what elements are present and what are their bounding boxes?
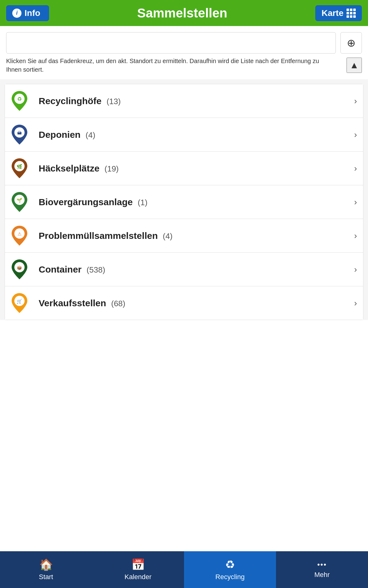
nav-recycling[interactable]: ♻ Recycling [184, 551, 276, 588]
chevron-right-icon: › [354, 265, 357, 274]
svg-text:♻: ♻ [17, 96, 22, 102]
svg-text:🌱: 🌱 [17, 198, 22, 203]
nav-recycling-label: Recycling [215, 573, 244, 581]
biovergärungsanlage-count: (1) [138, 198, 148, 207]
app-header: i Info Sammelstellen Karte [0, 0, 368, 26]
svg-text:🏔: 🏔 [17, 130, 22, 135]
verkaufsstellen-count: (68) [111, 299, 125, 308]
grid-icon [347, 9, 356, 18]
problemmüll-label: Problemmüllsammelstellen (4) [39, 231, 350, 241]
list-item[interactable]: ⚠ Problemmüllsammelstellen (4) › [5, 219, 363, 253]
more-icon: ••• [317, 560, 327, 569]
problemmüll-count: (4) [163, 232, 173, 241]
recyclinghöfe-label: Recyclinghöfe (13) [39, 96, 350, 106]
crosshair-icon: ⊕ [347, 37, 355, 49]
info-label: Info [25, 8, 40, 18]
häckselplätze-icon: 🌿 [11, 158, 31, 178]
recyclinghöfe-icon: ♻ [11, 91, 31, 111]
chevron-right-icon: › [354, 197, 357, 207]
recyclinghöfe-count: (13) [106, 97, 121, 106]
deponien-label: Deponien (4) [39, 130, 350, 140]
nav-start-label: Start [39, 573, 53, 581]
verkaufsstellen-icon: 🛒 [11, 293, 31, 313]
svg-text:🌿: 🌿 [17, 164, 22, 169]
list-item[interactable]: 🌱 Biovergärungsanlage (1) › [5, 185, 363, 219]
info-icon: i [12, 9, 21, 18]
karte-label: Karte [321, 8, 343, 18]
nav-start[interactable]: 🏠 Start [0, 551, 92, 588]
page-title: Sammelstellen [49, 6, 315, 21]
nav-kalender[interactable]: 📅 Kalender [92, 551, 184, 588]
up-arrow-icon: ▲ [350, 60, 359, 70]
location-hint-text: Klicken Sie auf das Fadenkreuz, um den a… [6, 57, 328, 74]
list-item[interactable]: ♻ Recyclinghöfe (13) › [5, 84, 363, 118]
nav-mehr[interactable]: ••• Mehr [276, 551, 368, 588]
list-item[interactable]: 🛒 Verkaufsstellen (68) › [5, 286, 363, 320]
svg-text:🛒: 🛒 [17, 299, 22, 304]
chevron-right-icon: › [354, 130, 357, 140]
container-count: (538) [86, 265, 105, 274]
container-label: Container (538) [39, 264, 350, 275]
recycling-icon: ♻ [225, 558, 235, 571]
crosshair-button[interactable]: ⊕ [340, 32, 362, 54]
verkaufsstellen-label: Verkaufsstellen (68) [39, 298, 350, 308]
deponien-icon: 🏔 [11, 125, 31, 145]
calendar-icon: 📅 [131, 558, 145, 571]
search-input[interactable] [6, 32, 336, 54]
svg-text:⚠: ⚠ [17, 232, 21, 236]
chevron-right-icon: › [354, 164, 357, 173]
list-item[interactable]: 📦 Container (538) › [5, 253, 363, 286]
category-list: ♻ Recyclinghöfe (13) › 🏔 Deponien (4) › … [5, 84, 363, 320]
home-icon: 🏠 [39, 558, 53, 571]
chevron-right-icon: › [354, 231, 357, 241]
info-button[interactable]: i Info [6, 5, 49, 21]
container-icon: 📦 [11, 259, 31, 279]
biovergärungsanlage-icon: 🌱 [11, 192, 31, 212]
biovergärungsanlage-label: Biovergärungsanlage (1) [39, 197, 350, 207]
karte-button[interactable]: Karte [315, 5, 362, 21]
content-spacer [0, 320, 368, 551]
häckselplätze-label: Häckselplätze (19) [39, 163, 350, 174]
sort-arrow-button[interactable]: ▲ [347, 58, 362, 73]
chevron-right-icon: › [354, 96, 357, 106]
search-area: ⊕ Klicken Sie auf das Fadenkreuz, um den… [0, 26, 368, 79]
problemmüll-icon: ⚠ [11, 226, 31, 246]
chevron-right-icon: › [354, 298, 357, 308]
bottom-navigation: 🏠 Start 📅 Kalender ♻ Recycling ••• Mehr [0, 551, 368, 588]
deponien-count: (4) [86, 130, 95, 140]
list-item[interactable]: 🏔 Deponien (4) › [5, 118, 363, 152]
nav-mehr-label: Mehr [314, 571, 330, 579]
häckselplätze-count: (19) [105, 164, 119, 173]
svg-text:📦: 📦 [17, 265, 22, 270]
list-item[interactable]: 🌿 Häckselplätze (19) › [5, 152, 363, 185]
nav-kalender-label: Kalender [125, 573, 151, 581]
